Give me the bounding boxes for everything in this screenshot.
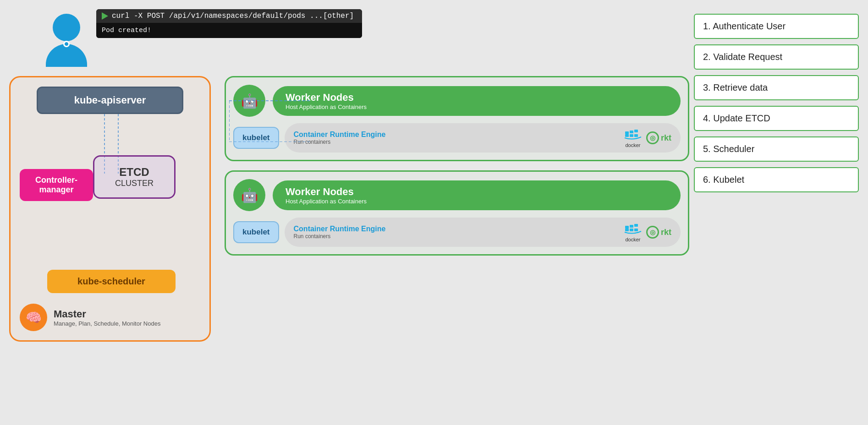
cre-title-1: Container Runtime Engine [294,131,620,139]
terminal-output: Pod created! [96,23,362,38]
cre-title-2: Container Runtime Engine [294,225,620,233]
kube-scheduler-box: kube-scheduler [47,270,176,293]
worker-subtitle-1: Host Application as Containers [286,104,668,110]
worker-title-2: Worker Nodes [286,186,668,198]
user-head-shape [53,14,80,41]
step-1: 1. Authenticate User [694,14,859,39]
cre-subtitle-1: Run containers [294,139,620,145]
worker-node-header-1: 🤖 Worker Nodes Host Application as Conta… [233,85,681,117]
middle-section: kube-apiserver Controller- manager ETCD … [9,76,689,416]
cre-icons-2: docker ◎ rkt [624,222,671,242]
docker-icon-1: docker [624,128,642,148]
docker-whale-svg-2 [624,222,642,236]
kubelet-box-1: kubelet [233,127,279,149]
svg-rect-15 [625,229,629,231]
rkt-icon-1: ◎ rkt [646,131,671,144]
svg-rect-7 [634,130,638,132]
docker-label-2: docker [625,237,640,242]
step-4: 4. Update ETCD [694,106,859,131]
controller-manager-label: Controller- manager [35,175,77,194]
controller-manager-box: Controller- manager [20,169,93,201]
steps-panel: 1. Authenticate User 2. Validate Request… [694,9,859,416]
cre-box-1: Container Runtime Engine Run containers [285,123,681,153]
worker-subtitle-2: Host Application as Containers [286,198,668,205]
svg-rect-13 [634,224,638,227]
master-info: 🧠 Master Manage, Plan, Schedule, Monitor… [20,304,160,331]
worker-node-group-1: 🤖 Worker Nodes Host Application as Conta… [225,76,689,161]
top-section: curl -X POST /api/v1/namespaces/default/… [9,9,689,67]
svg-rect-6 [630,131,633,133]
svg-rect-10 [634,134,638,137]
cre-box-2: Container Runtime Engine Run containers [285,218,681,247]
worker-nodes-area: 🤖 Worker Nodes Host Application as Conta… [225,76,689,256]
kube-apiserver-box: kube-apiserver [37,87,183,114]
master-text-block: Master Manage, Plan, Schedule, Monitor N… [54,308,160,327]
docker-label-1: docker [625,142,640,148]
svg-rect-9 [625,134,629,137]
diagram-area: curl -X POST /api/v1/namespaces/default/… [9,9,689,416]
worker-title-box-1: Worker Nodes Host Application as Contain… [273,86,681,116]
worker-title-1: Worker Nodes [286,92,668,104]
svg-rect-12 [630,225,633,228]
terminal-header: curl -X POST /api/v1/namespaces/default/… [96,9,362,23]
terminal-play-icon [102,12,108,20]
kube-scheduler-label: kube-scheduler [77,276,145,286]
worker-robot-icon-1: 🤖 [233,85,265,117]
kube-apiserver-label: kube-apiserver [74,94,146,106]
user-dot-shape [63,41,70,47]
svg-rect-8 [630,134,633,137]
step-5: 5. Scheduler [694,136,859,162]
kubelet-box-2: kubelet [233,221,279,243]
svg-rect-11 [625,226,629,229]
svg-rect-16 [634,229,638,231]
worker-bottom-1: kubelet Container Runtime Engine Run con… [233,123,681,153]
master-brain-icon: 🧠 [20,304,47,331]
master-cluster-box: kube-apiserver Controller- manager ETCD … [9,76,211,342]
user-body-shape [46,44,87,67]
master-subtitle: Manage, Plan, Schedule, Monitor Nodes [54,320,160,327]
worker-node-group-2: 🤖 Worker Nodes Host Application as Conta… [225,170,689,256]
user-icon [46,14,87,67]
step-3: 3. Retrieve data [694,75,859,100]
cre-text-2: Container Runtime Engine Run containers [294,225,620,240]
cre-icons-1: docker ◎ rkt [624,128,671,148]
svg-rect-5 [625,131,629,134]
terminal-command: curl -X POST /api/v1/namespaces/default/… [112,12,354,20]
main-container: curl -X POST /api/v1/namespaces/default/… [0,0,868,425]
rkt-icon-2: ◎ rkt [646,226,671,239]
cre-subtitle-2: Run containers [294,233,620,240]
etcd-title: ETCD [104,166,165,179]
terminal-box: curl -X POST /api/v1/namespaces/default/… [96,9,362,38]
svg-rect-14 [630,229,633,231]
etcd-subtitle: CLUSTER [104,179,165,188]
worker-bottom-2: kubelet Container Runtime Engine Run con… [233,218,681,247]
worker-robot-icon-2: 🤖 [233,179,265,211]
step-6: 6. Kubelet [694,167,859,192]
etcd-box: ETCD CLUSTER [93,155,176,199]
cre-text-1: Container Runtime Engine Run containers [294,131,620,145]
docker-whale-svg [624,128,642,142]
worker-node-header-2: 🤖 Worker Nodes Host Application as Conta… [233,179,681,211]
docker-icon-2: docker [624,222,642,242]
master-title: Master [54,308,160,320]
worker-title-box-2: Worker Nodes Host Application as Contain… [273,180,681,210]
step-2: 2. Validate Request [694,44,859,70]
